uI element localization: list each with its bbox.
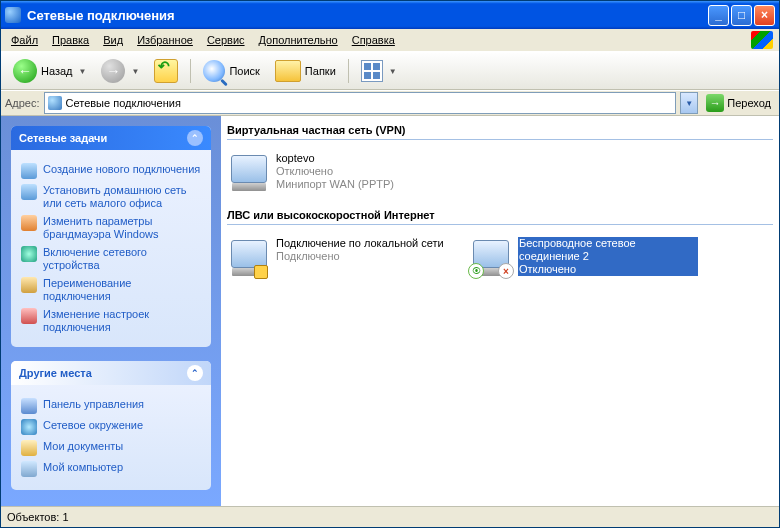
status-text: Объектов: 1 xyxy=(7,511,69,523)
wireless-connection-icon: ⦿ × xyxy=(470,237,512,277)
place-control-panel[interactable]: Панель управления xyxy=(21,398,201,414)
back-button[interactable]: ← Назад ▼ xyxy=(7,56,92,86)
task-rename[interactable]: Переименование подключения xyxy=(21,277,201,303)
menu-view[interactable]: Вид xyxy=(96,32,130,48)
panel-title: Сетевые задачи xyxy=(19,132,107,144)
vpn-connection-icon xyxy=(228,152,270,192)
group-header-lan: ЛВС или высокоскоростной Интернет xyxy=(221,201,779,228)
task-firewall[interactable]: Изменить параметры брандмауэра Windows xyxy=(21,215,201,241)
menu-bar: Файл Правка Вид Избранное Сервис Дополни… xyxy=(1,29,779,52)
chevron-down-icon: ▼ xyxy=(79,67,87,76)
place-network-neighborhood[interactable]: Сетевое окружение xyxy=(21,419,201,435)
wizard-icon xyxy=(21,163,37,179)
network-tasks-panel: Сетевые задачи ⌃ Создание нового подключ… xyxy=(11,126,211,347)
disabled-overlay-icon: × xyxy=(498,263,514,279)
folder-up-icon xyxy=(154,59,178,83)
network-places-icon xyxy=(21,419,37,435)
documents-icon xyxy=(21,440,37,456)
go-icon: → xyxy=(706,94,724,112)
firewall-icon xyxy=(21,215,37,231)
menu-file[interactable]: Файл xyxy=(4,32,45,48)
task-label: Изменение настроек подключения xyxy=(43,308,201,334)
task-label: Переименование подключения xyxy=(43,277,201,303)
views-button[interactable]: ▼ xyxy=(355,57,403,85)
separator xyxy=(190,59,191,83)
connection-vpn-koptevo[interactable]: koptevo Отключено Минипорт WAN (PPTP) xyxy=(225,149,459,195)
minimize-button[interactable]: _ xyxy=(708,5,729,26)
task-label: Включение сетевого устройства xyxy=(43,246,201,272)
separator xyxy=(348,59,349,83)
group-title: ЛВС или высокоскоростной Интернет xyxy=(227,209,435,221)
window-title: Сетевые подключения xyxy=(27,8,708,23)
go-label: Переход xyxy=(727,97,771,109)
task-home-network[interactable]: Установить домашнюю сеть или сеть малого… xyxy=(21,184,201,210)
close-button[interactable]: × xyxy=(754,5,775,26)
panel-title: Другие места xyxy=(19,367,92,379)
group-header-vpn: Виртуальная частная сеть (VPN) xyxy=(221,116,779,143)
place-my-documents[interactable]: Мои документы xyxy=(21,440,201,456)
firewall-overlay-icon xyxy=(254,265,268,279)
lan-connection-icon xyxy=(228,237,270,277)
address-dropdown[interactable]: ▼ xyxy=(680,92,698,114)
maximize-button[interactable]: □ xyxy=(731,5,752,26)
connection-status: Подключено xyxy=(276,250,444,263)
menu-advanced[interactable]: Дополнительно xyxy=(252,32,345,48)
place-label: Панель управления xyxy=(43,398,144,411)
connection-name: koptevo xyxy=(276,152,394,165)
connection-lan[interactable]: Подключение по локальной сети Подключено xyxy=(225,234,459,280)
address-label: Адрес: xyxy=(5,97,40,109)
place-label: Сетевое окружение xyxy=(43,419,143,432)
search-icon xyxy=(203,60,225,82)
go-button[interactable]: → Переход xyxy=(702,94,775,112)
control-panel-icon xyxy=(21,398,37,414)
connection-name: Беспроводное сетевое соединение 2 xyxy=(518,237,698,263)
menu-tools[interactable]: Сервис xyxy=(200,32,252,48)
forward-button[interactable]: → ▼ xyxy=(95,56,145,86)
address-field[interactable]: Сетевые подключения xyxy=(44,92,677,114)
group-title: Виртуальная частная сеть (VPN) xyxy=(227,124,406,136)
toolbar: ← Назад ▼ → ▼ Поиск Папки ▼ xyxy=(1,52,779,90)
window-icon xyxy=(5,7,21,23)
status-bar: Объектов: 1 xyxy=(1,506,779,527)
address-value: Сетевые подключения xyxy=(66,97,181,109)
chevron-down-icon: ▼ xyxy=(131,67,139,76)
place-label: Мои документы xyxy=(43,440,123,453)
chevron-up-icon: ⌃ xyxy=(187,130,203,146)
task-label: Создание нового подключения xyxy=(43,163,200,176)
back-label: Назад xyxy=(41,65,73,77)
address-bar: Адрес: Сетевые подключения ▼ → Переход xyxy=(1,90,779,116)
windows-flag-icon xyxy=(751,31,773,49)
title-bar: Сетевые подключения _ □ × xyxy=(1,1,779,29)
place-label: Мой компьютер xyxy=(43,461,123,474)
computer-icon xyxy=(21,461,37,477)
folders-button[interactable]: Папки xyxy=(269,57,342,85)
views-icon xyxy=(361,60,383,82)
panel-header[interactable]: Другие места ⌃ xyxy=(11,361,211,385)
search-button[interactable]: Поиск xyxy=(197,57,265,85)
chevron-down-icon: ▼ xyxy=(389,67,397,76)
task-settings[interactable]: Изменение настроек подключения xyxy=(21,308,201,334)
panel-header[interactable]: Сетевые задачи ⌃ xyxy=(11,126,211,150)
connection-status: Отключено xyxy=(276,165,394,178)
up-button[interactable] xyxy=(148,56,184,86)
rename-icon xyxy=(21,277,37,293)
task-label: Изменить параметры брандмауэра Windows xyxy=(43,215,201,241)
task-new-connection[interactable]: Создание нового подключения xyxy=(21,163,201,179)
network-icon xyxy=(21,184,37,200)
enable-icon xyxy=(21,246,37,262)
connection-status: Отключено xyxy=(518,263,698,276)
back-icon: ← xyxy=(13,59,37,83)
settings-icon xyxy=(21,308,37,324)
task-enable-device[interactable]: Включение сетевого устройства xyxy=(21,246,201,272)
menu-favorites[interactable]: Избранное xyxy=(130,32,200,48)
menu-edit[interactable]: Правка xyxy=(45,32,96,48)
task-label: Установить домашнюю сеть или сеть малого… xyxy=(43,184,201,210)
chevron-up-icon: ⌃ xyxy=(187,365,203,381)
connection-name: Подключение по локальной сети xyxy=(276,237,444,250)
forward-icon: → xyxy=(101,59,125,83)
folders-label: Папки xyxy=(305,65,336,77)
connection-wireless[interactable]: ⦿ × Беспроводное сетевое соединение 2 От… xyxy=(467,234,701,280)
wireless-signal-icon: ⦿ xyxy=(468,263,484,279)
place-my-computer[interactable]: Мой компьютер xyxy=(21,461,201,477)
menu-help[interactable]: Справка xyxy=(345,32,402,48)
